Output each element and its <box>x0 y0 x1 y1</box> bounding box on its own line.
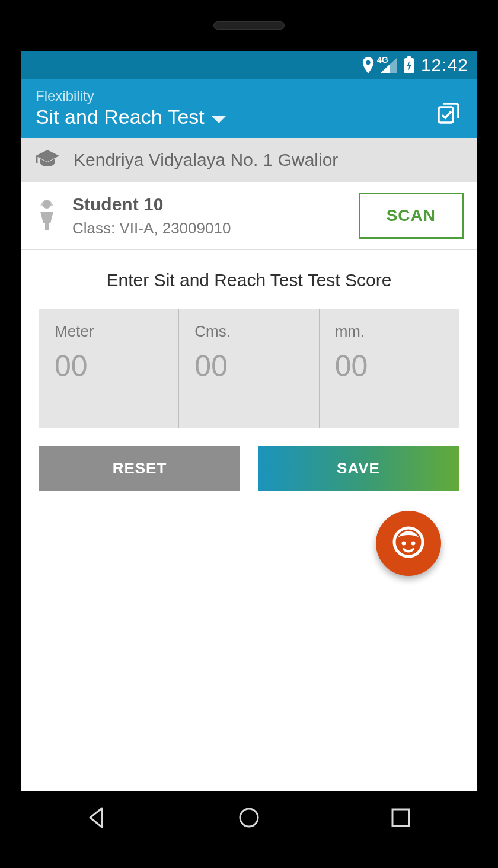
svg-point-6 <box>402 542 406 546</box>
input-cell-meter: Meter <box>39 309 179 428</box>
student-meta: Class: VII-A, 23009010 <box>72 219 346 238</box>
student-girl-icon <box>34 198 59 233</box>
form-prompt: Enter Sit and Reach Test Test Score <box>39 270 459 290</box>
svg-point-8 <box>240 809 258 827</box>
device-frame: 4G 12:42 Flexibility Sit and Reach Test <box>0 0 498 868</box>
input-label: mm. <box>335 322 443 341</box>
school-bar: Kendriya Vidyalaya No. 1 Gwalior <box>21 138 477 182</box>
appbar-title-dropdown[interactable]: Sit and Reach Test <box>36 105 226 129</box>
svg-rect-2 <box>439 107 453 123</box>
nav-back-button[interactable] <box>79 800 115 835</box>
location-icon <box>362 57 375 73</box>
status-time: 12:42 <box>421 55 468 75</box>
svg-rect-1 <box>407 56 411 59</box>
save-button[interactable]: SAVE <box>258 446 459 491</box>
chevron-down-icon <box>212 116 226 123</box>
scan-button[interactable]: SCAN <box>359 193 464 239</box>
form-area: Enter Sit and Reach Test Test Score Mete… <box>21 250 477 791</box>
input-cell-cms: Cms. <box>179 309 319 428</box>
cms-input[interactable] <box>194 349 303 383</box>
graduation-cap-icon <box>34 149 60 171</box>
status-bar: 4G 12:42 <box>21 51 477 79</box>
student-row: Student 10 Class: VII-A, 23009010 SCAN <box>21 182 477 250</box>
network-icon: 4G <box>381 57 397 73</box>
appbar-subtitle: Flexibility <box>36 88 226 104</box>
fab-student-button[interactable] <box>376 511 441 576</box>
input-cell-mm: mm. <box>320 309 459 428</box>
mm-input[interactable] <box>335 349 443 383</box>
nav-recents-button[interactable] <box>383 800 419 835</box>
input-label: Meter <box>55 322 163 341</box>
app-bar: Flexibility Sit and Reach Test <box>21 79 477 138</box>
input-label: Cms. <box>194 322 303 341</box>
appbar-action-button[interactable] <box>435 99 462 129</box>
battery-charging-icon <box>403 56 415 74</box>
reset-button[interactable]: RESET <box>39 446 240 491</box>
svg-rect-9 <box>392 809 409 826</box>
device-speaker <box>213 21 285 30</box>
student-name: Student 10 <box>72 194 346 214</box>
score-input-grid: Meter Cms. mm. <box>39 309 459 428</box>
screen: 4G 12:42 Flexibility Sit and Reach Test <box>21 51 477 791</box>
meter-input[interactable] <box>55 349 163 383</box>
school-name: Kendriya Vidyalaya No. 1 Gwalior <box>74 150 338 170</box>
svg-rect-3 <box>36 156 38 163</box>
svg-point-7 <box>411 542 416 546</box>
appbar-title: Sit and Reach Test <box>36 105 205 129</box>
button-row: RESET SAVE <box>39 446 459 491</box>
android-nav-bar <box>21 791 477 844</box>
child-face-icon <box>390 523 427 563</box>
nav-home-button[interactable] <box>231 800 267 835</box>
